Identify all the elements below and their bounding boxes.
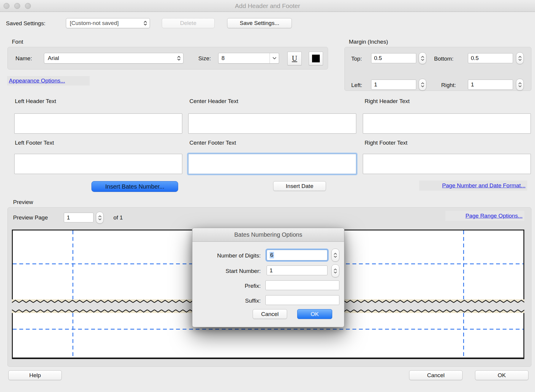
saved-settings-dropdown[interactable]: [Custom-not saved] [66, 18, 150, 28]
center-header-label: Center Header Text [189, 98, 238, 105]
margin-right-stepper[interactable] [516, 79, 524, 91]
page-number-date-format-link[interactable]: Page Number and Date Format... [442, 182, 525, 189]
stepper-down-icon [421, 59, 424, 61]
margin-section-label: Margin (Inches) [349, 39, 388, 45]
page-range-container: Page Range Options... [445, 211, 524, 221]
margin-left-label: Left: [351, 82, 362, 88]
left-margin-guide-lower [72, 313, 73, 358]
preview-page-count: of 1 [113, 214, 123, 221]
start-number-stepper[interactable] [331, 264, 339, 277]
preview-page-stepper[interactable] [96, 212, 104, 224]
title-bar: Add Header and Footer [0, 0, 535, 12]
margin-bottom-input[interactable] [468, 53, 513, 63]
start-number-label: Start Number: [201, 268, 261, 274]
margin-right-input[interactable] [468, 80, 513, 90]
font-size-label: Size: [198, 55, 211, 62]
stepper-down-icon [98, 218, 102, 220]
digits-input[interactable]: 6 [267, 250, 327, 260]
bottom-margin-guide [13, 329, 523, 330]
stepper-up-icon [98, 215, 102, 217]
stepper-down-icon [421, 85, 424, 87]
left-margin-guide-upper [72, 230, 73, 299]
preview-page-label: Preview Page [13, 214, 48, 221]
appearance-options-link[interactable]: Appearance Options... [9, 78, 65, 84]
page-range-options-link[interactable]: Page Range Options... [466, 213, 523, 219]
prefix-input[interactable] [265, 280, 339, 290]
insert-date-button[interactable]: Insert Date [273, 181, 326, 191]
margin-bottom-label: Bottom: [434, 56, 453, 62]
appearance-options-container: Appearance Options... [7, 76, 90, 86]
margin-right-label: Right: [441, 82, 456, 88]
margin-left-stepper[interactable] [419, 79, 426, 91]
font-name-label: Name: [15, 55, 32, 62]
help-button[interactable]: Help [8, 370, 62, 380]
saved-settings-label: Saved Settings: [6, 20, 45, 27]
margin-top-input[interactable] [371, 53, 416, 63]
bates-cancel-button[interactable]: Cancel [253, 309, 287, 319]
preview-section-label: Preview [13, 199, 33, 206]
bates-ok-button[interactable]: OK [297, 309, 332, 319]
underline-button[interactable]: U [287, 52, 302, 65]
margin-top-stepper[interactable] [419, 52, 426, 64]
stepper-down-icon [518, 85, 522, 87]
chevron-down-icon [270, 53, 279, 63]
font-size-combo[interactable]: 8 [218, 53, 279, 64]
preview-page-input[interactable] [64, 213, 94, 222]
suffix-input[interactable] [265, 295, 339, 305]
font-name-dropdown[interactable]: Arial [44, 53, 183, 64]
font-color-well[interactable] [309, 52, 323, 65]
insert-bates-number-button[interactable]: Insert Bates Number... [91, 181, 178, 192]
chevron-up-down-icon [144, 21, 147, 26]
digits-stepper[interactable] [331, 249, 339, 262]
center-footer-input[interactable] [188, 154, 356, 174]
font-name-value: Arial [48, 55, 59, 61]
delete-button: Delete [162, 18, 215, 28]
underline-glyph: U [292, 54, 297, 63]
page-number-format-container: Page Number and Date Format... [419, 181, 527, 191]
cancel-button[interactable]: Cancel [409, 370, 463, 380]
stepper-up-icon [334, 253, 337, 255]
center-header-input[interactable] [188, 113, 356, 134]
right-footer-label: Right Footer Text [365, 140, 407, 146]
stepper-up-icon [334, 268, 337, 271]
center-footer-label: Center Footer Text [189, 140, 236, 146]
stepper-down-icon [334, 271, 337, 274]
stepper-up-icon [421, 82, 424, 84]
bates-dialog-title: Bates Numbering Options [234, 231, 302, 238]
left-header-label: Left Header Text [15, 98, 56, 105]
saved-settings-value: [Custom-not saved] [70, 20, 119, 26]
save-settings-button[interactable]: Save Settings... [227, 18, 292, 28]
margin-left-input[interactable] [371, 80, 416, 90]
margin-bottom-stepper[interactable] [516, 52, 524, 64]
prefix-label: Prefix: [201, 283, 261, 289]
add-header-footer-dialog: Add Header and Footer Saved Settings: [C… [0, 0, 535, 392]
right-margin-guide-lower [463, 313, 464, 358]
color-swatch [312, 55, 320, 62]
stepper-down-icon [334, 256, 337, 258]
stepper-up-icon [518, 56, 522, 58]
font-section-label: Font [12, 39, 23, 45]
bates-dialog-title-bar: Bates Numbering Options [192, 228, 344, 242]
digits-label: Number of Digits: [201, 252, 261, 259]
start-number-input[interactable] [267, 265, 327, 275]
left-footer-label: Left Footer Text [15, 140, 54, 146]
right-footer-input[interactable] [363, 154, 531, 174]
digits-selected-text: 6 [270, 252, 274, 258]
suffix-label: Suffix: [201, 298, 261, 304]
bates-numbering-dialog: Bates Numbering Options Number of Digits… [192, 228, 344, 327]
window-title: Add Header and Footer [0, 0, 535, 12]
left-footer-input[interactable] [14, 154, 182, 174]
right-header-label: Right Header Text [365, 98, 410, 105]
chevron-up-down-icon [177, 56, 181, 61]
ok-button[interactable]: OK [475, 370, 528, 380]
right-header-input[interactable] [363, 113, 531, 134]
stepper-up-icon [518, 82, 522, 84]
font-size-value: 8 [219, 53, 270, 63]
right-margin-guide-upper [463, 230, 464, 299]
stepper-down-icon [518, 59, 522, 61]
stepper-up-icon [421, 56, 424, 58]
margin-top-label: Top: [351, 56, 362, 62]
left-header-input[interactable] [14, 113, 182, 134]
